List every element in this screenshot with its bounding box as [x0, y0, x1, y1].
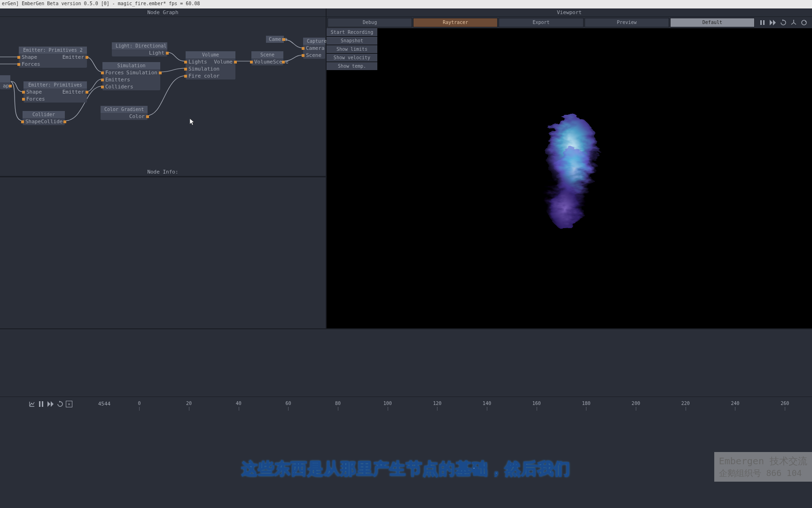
tab-export[interactable]: Export [499, 18, 583, 27]
svg-rect-7 [42, 401, 43, 407]
graph-icon[interactable] [28, 400, 36, 408]
tick-label: 100 [383, 401, 392, 406]
watermark-overlay: Embergen 技术交流 企鹅组织号 866 104 [714, 452, 812, 482]
tick-label: 20 [186, 401, 192, 406]
fast-forward-icon[interactable] [47, 400, 55, 408]
tick-label: 220 [681, 401, 690, 406]
node-emitter-primitives[interactable]: Emitter: Primitives ShapeEmitter Forces [23, 81, 87, 103]
show-temp-button[interactable]: Show temp. [327, 62, 377, 70]
node-capture[interactable]: Capture Camera Scene [303, 38, 325, 59]
tick-label: 200 [632, 401, 640, 406]
pause-icon[interactable] [38, 400, 45, 408]
node-camera[interactable]: Camera [266, 36, 284, 43]
tick-label: 260 [781, 401, 789, 406]
node-volume[interactable]: Volume LightsVolume Simulation Fire colo… [186, 51, 235, 79]
viewport-header: Viewport [327, 8, 812, 17]
node-graph-canvas[interactable]: ape Emitter: Primitives 2 ShapeEmitter F… [0, 17, 326, 168]
refresh-icon[interactable] [780, 19, 787, 26]
tick-label: 60 [285, 401, 291, 406]
loop-icon[interactable] [56, 400, 64, 408]
show-limits-button[interactable]: Show limits [327, 45, 377, 53]
fire-simulation-render [527, 106, 612, 238]
svg-point-5 [555, 148, 593, 200]
tab-default[interactable]: Default [670, 18, 755, 27]
tab-raytracer[interactable]: Raytracer [413, 18, 498, 27]
timeline[interactable]: ✕ 4544 020406080100120140160180200220240… [0, 397, 812, 411]
viewport-3d[interactable]: Start Recording Snapshot Show limits Sho… [327, 28, 812, 328]
tick-label: 40 [236, 401, 242, 406]
subtitle-overlay: 这些东西是从那里产生节点的基础，然后我们 [242, 458, 570, 480]
node-light-directional[interactable]: Light: Directional Light [112, 42, 167, 56]
svg-rect-0 [760, 20, 762, 25]
viewport-toolbar: Debug Raytracer Export Preview Default [327, 17, 812, 28]
fast-forward-icon[interactable] [770, 19, 776, 26]
node-simulation[interactable]: Simulation ForcesSimulation Emitters Col… [102, 62, 160, 90]
node-collider[interactable]: Collider ShapeCollider [23, 111, 65, 125]
tick-label: 140 [483, 401, 491, 406]
node-graph-header: Node Graph [0, 8, 326, 17]
cycle-icon[interactable] [801, 19, 807, 26]
node-info-panel [0, 176, 326, 328]
axis-icon[interactable] [790, 19, 797, 26]
node-scene[interactable]: Scene VolumeScene [251, 51, 283, 65]
window-titlebar: erGen] EmberGen Beta version 0.5.0 [0] -… [0, 0, 812, 8]
pause-icon[interactable] [759, 19, 766, 26]
timeline-ruler[interactable]: 020406080100120140160180200220240260 [133, 397, 812, 411]
tick-label: 240 [731, 401, 739, 406]
svg-rect-6 [39, 401, 40, 407]
tick-label: 80 [335, 401, 341, 406]
show-velocity-button[interactable]: Show velocity [327, 54, 377, 62]
mouse-cursor-icon [190, 119, 195, 126]
tick-label: 180 [582, 401, 590, 406]
node-shape-fragment[interactable]: ape [0, 75, 10, 89]
snapshot-button[interactable]: Snapshot [327, 37, 377, 45]
frame-number: 4544 [90, 401, 118, 407]
tab-preview[interactable]: Preview [585, 18, 669, 27]
svg-rect-1 [763, 20, 765, 25]
tick-label: 120 [433, 401, 441, 406]
tick-label: 0 [138, 401, 141, 406]
tick-label: 160 [532, 401, 541, 406]
stop-icon[interactable]: ✕ [66, 401, 72, 407]
node-info-header: Node Info: [0, 168, 326, 176]
bottom-panel [0, 328, 812, 397]
node-color-gradient[interactable]: Color Gradient Color [101, 106, 148, 120]
node-emitter-primitives-2[interactable]: Emitter: Primitives 2 ShapeEmitter Force… [19, 47, 87, 68]
start-recording-button[interactable]: Start Recording [327, 28, 377, 36]
tab-debug[interactable]: Debug [328, 18, 412, 27]
